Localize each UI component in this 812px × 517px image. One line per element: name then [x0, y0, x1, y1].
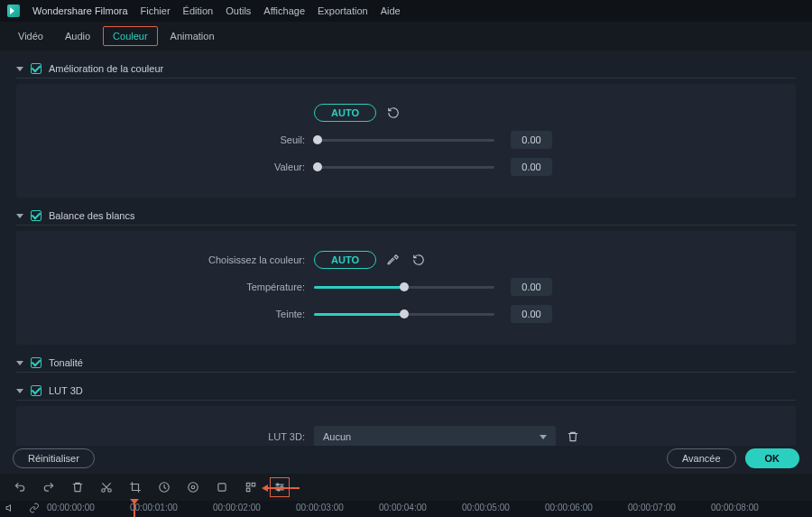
marker-icon[interactable]	[215, 480, 229, 494]
menubar: Wondershare Filmora Fichier Édition Outi…	[0, 0, 812, 22]
section-body-color-enhance: AUTO Seuil: 0.00 Valeur: 0.00	[16, 84, 796, 198]
section-title: LUT 3D	[49, 385, 83, 396]
reset-icon[interactable]	[411, 252, 427, 268]
tick: 00:00:02:00	[213, 503, 261, 512]
svg-rect-5	[218, 484, 226, 491]
tab-audio[interactable]: Audio	[56, 27, 99, 45]
section-title: Balance des blancs	[49, 210, 134, 221]
svg-point-6	[277, 484, 279, 485]
reset-button[interactable]: Réinitialiser	[13, 448, 95, 468]
tab-color[interactable]: Couleur	[103, 26, 158, 46]
timeline-toolbar	[0, 474, 812, 501]
speed-icon[interactable]	[157, 480, 171, 494]
property-tabbar: Vidéo Audio Couleur Animation	[0, 22, 812, 51]
timeline-ruler[interactable]: 00:00:00:00 00:00:01:00 00:00:02:00 00:0…	[0, 501, 812, 517]
section-body-white-balance: Choisissez la couleur: AUTO Température:…	[16, 231, 796, 345]
eyedropper-icon[interactable]	[385, 252, 401, 268]
callout-arrow-icon	[267, 487, 300, 489]
temperature-label: Température:	[16, 282, 314, 292]
mute-icon[interactable]	[5, 503, 18, 515]
section-white-balance: Balance des blancs Choisissez la couleur…	[16, 207, 796, 345]
advanced-button[interactable]: Avancée	[667, 448, 736, 468]
section-body-lut3d: LUT 3D: Aucun	[16, 406, 796, 446]
temperature-value[interactable]: 0.00	[511, 278, 552, 296]
tick: 00:00:08:00	[711, 503, 759, 512]
threshold-label: Seuil:	[16, 134, 314, 145]
section-tone: Tonalité	[16, 354, 796, 373]
auto-button[interactable]: AUTO	[314, 104, 376, 122]
section-title: Amélioration de la couleur	[49, 63, 163, 74]
value-value[interactable]: 0.00	[511, 158, 552, 176]
section-lut3d: LUT 3D LUT 3D: Aucun	[16, 382, 796, 446]
tick: 00:00:07:00	[628, 503, 676, 512]
tick: 00:00:03:00	[296, 503, 344, 512]
menu-tools[interactable]: Outils	[226, 5, 251, 16]
tab-animation[interactable]: Animation	[161, 27, 224, 45]
svg-point-1	[108, 489, 112, 493]
tick: 00:00:06:00	[545, 503, 593, 512]
threshold-value[interactable]: 0.00	[511, 131, 552, 149]
trash-icon[interactable]	[70, 480, 85, 494]
svg-point-0	[102, 489, 106, 493]
section-header-lut3d[interactable]: LUT 3D	[16, 382, 796, 401]
svg-point-4	[191, 485, 195, 489]
section-header-color-enhance[interactable]: Amélioration de la couleur	[16, 60, 796, 78]
redo-icon[interactable]	[42, 480, 56, 494]
chevron-down-icon	[540, 435, 547, 439]
menu-view[interactable]: Affichage	[263, 5, 305, 16]
panel-footer: Réinitialiser Avancée OK	[0, 443, 812, 474]
checkbox-white-balance[interactable]	[31, 210, 42, 221]
tab-video[interactable]: Vidéo	[9, 27, 52, 45]
section-header-white-balance[interactable]: Balance des blancs	[16, 207, 796, 226]
disclose-icon[interactable]	[16, 361, 23, 365]
cut-icon[interactable]	[99, 480, 114, 494]
tick: 00:00:00:00	[47, 503, 95, 512]
lut3d-label: LUT 3D:	[16, 431, 314, 442]
app-title: Wondershare Filmora	[32, 5, 128, 16]
auto-button[interactable]: AUTO	[314, 251, 376, 269]
disclose-icon[interactable]	[16, 389, 23, 393]
reset-icon[interactable]	[385, 105, 401, 121]
tick: 00:00:04:00	[379, 503, 427, 512]
undo-icon[interactable]	[13, 480, 27, 494]
temperature-slider[interactable]	[314, 286, 494, 289]
disclose-icon[interactable]	[16, 67, 23, 71]
value-label: Valeur:	[16, 162, 314, 172]
svg-point-8	[278, 489, 280, 491]
checkbox-color-enhance[interactable]	[31, 63, 42, 74]
crop-icon[interactable]	[128, 480, 143, 494]
tint-value[interactable]: 0.00	[511, 305, 552, 323]
menu-file[interactable]: Fichier	[141, 5, 171, 16]
threshold-slider[interactable]	[314, 139, 494, 142]
value-slider[interactable]	[314, 166, 494, 169]
tick: 00:00:01:00	[130, 503, 178, 512]
tick: 00:00:05:00	[462, 503, 510, 512]
app-logo-icon	[7, 5, 20, 17]
menu-export[interactable]: Exportation	[318, 5, 368, 16]
keyframe-icon[interactable]	[244, 480, 258, 494]
tint-slider[interactable]	[314, 313, 494, 316]
section-title: Tonalité	[49, 357, 83, 368]
menu-help[interactable]: Aide	[381, 5, 401, 16]
lut3d-value: Aucun	[323, 431, 351, 442]
section-header-tone[interactable]: Tonalité	[16, 354, 796, 373]
ok-button[interactable]: OK	[745, 448, 800, 468]
svg-point-3	[189, 483, 198, 493]
section-color-enhance: Amélioration de la couleur AUTO Seuil: 0…	[16, 60, 796, 198]
timeline-ticks[interactable]: 00:00:00:00 00:00:01:00 00:00:02:00 00:0…	[47, 501, 812, 517]
color-panel: Amélioration de la couleur AUTO Seuil: 0…	[0, 51, 812, 446]
checkbox-tone[interactable]	[31, 357, 42, 368]
voiceover-icon[interactable]	[186, 480, 200, 494]
tint-label: Teinte:	[16, 309, 314, 319]
menu-edit[interactable]: Édition	[183, 5, 214, 16]
checkbox-lut3d[interactable]	[31, 385, 42, 396]
link-icon[interactable]	[29, 503, 42, 515]
disclose-icon[interactable]	[16, 214, 23, 218]
choose-color-label: Choisissez la couleur:	[16, 254, 314, 265]
